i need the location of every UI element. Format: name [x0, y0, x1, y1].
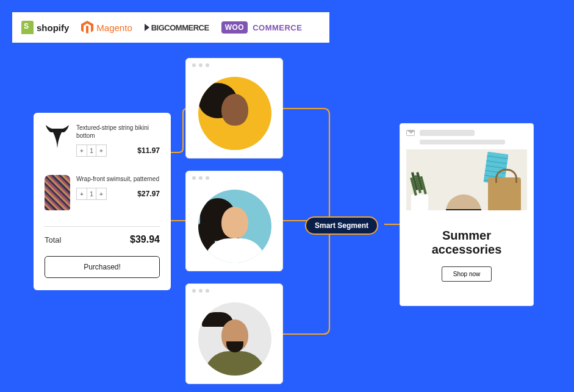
platforms-bar: shopify Magento BIGCOMMERCE WOO COMMERCE	[12, 12, 329, 43]
skeleton-line	[420, 140, 505, 144]
qty-value: 1	[87, 188, 96, 199]
woo-badge: WOO	[221, 21, 248, 34]
divider	[45, 226, 160, 227]
cart-card: Textured-stripe string bikini bottom + 1…	[34, 113, 171, 290]
email-hero-image	[406, 149, 527, 223]
avatar-card-3	[185, 283, 283, 384]
email-title-line: accessories	[432, 243, 502, 256]
qty-minus[interactable]: +	[77, 145, 87, 156]
bigcommerce-commerce: COMMERCE	[164, 23, 209, 32]
qty-plus[interactable]: +	[96, 188, 106, 199]
shopify-label: shopify	[37, 23, 69, 33]
shop-now-button[interactable]: Shop now	[442, 266, 492, 282]
smart-segment-pill: Smart Segment	[305, 216, 378, 235]
avatar-card-2	[185, 171, 283, 271]
bigcommerce-icon	[145, 24, 149, 31]
window-dots-icon	[192, 63, 209, 67]
magento-label: Magento	[96, 23, 132, 33]
total-value: $39.94	[130, 234, 160, 245]
magento-icon	[81, 21, 93, 34]
purchased-button[interactable]: Purchased!	[45, 256, 160, 278]
cart-item: Wrap-front swimsuit, patterned + 1 + $27…	[45, 175, 160, 208]
bigcommerce-logo: BIGCOMMERCE	[145, 23, 209, 32]
item-thumb-swimsuit	[45, 175, 70, 208]
avatar-card-1	[185, 58, 283, 159]
item-thumb-bikini	[45, 124, 70, 157]
item-price: $27.97	[137, 190, 160, 198]
window-dots-icon	[192, 176, 209, 180]
total-row: Total $39.94	[45, 234, 160, 245]
email-card: Summer accessories Shop now	[400, 123, 534, 306]
cart-item: Textured-stripe string bikini bottom + 1…	[45, 124, 160, 157]
qty-value: 1	[87, 145, 96, 156]
avatar	[198, 302, 271, 376]
email-header	[406, 130, 527, 136]
email-title-line: Summer	[442, 229, 491, 242]
qty-plus[interactable]: +	[96, 145, 106, 156]
item-name: Wrap-front swimsuit, patterned	[76, 175, 160, 183]
mail-icon	[406, 130, 415, 136]
shopify-logo: shopify	[21, 21, 69, 34]
bigcommerce-big: BIG	[151, 23, 165, 32]
skeleton-line	[420, 130, 475, 136]
window-dots-icon	[192, 289, 209, 293]
avatar	[198, 190, 271, 263]
avatar	[198, 77, 271, 150]
item-price: $11.97	[137, 146, 160, 155]
woocommerce-logo: WOO COMMERCE	[221, 21, 303, 34]
shopify-icon	[21, 21, 34, 34]
qty-stepper[interactable]: + 1 +	[76, 188, 107, 200]
magento-logo: Magento	[81, 21, 132, 34]
qty-stepper[interactable]: + 1 +	[76, 144, 107, 157]
total-label: Total	[45, 235, 61, 244]
woo-commerce-label: COMMERCE	[253, 23, 302, 32]
item-name: Textured-stripe string bikini bottom	[76, 124, 160, 140]
qty-minus[interactable]: +	[77, 188, 87, 199]
email-title: Summer accessories	[406, 229, 527, 257]
